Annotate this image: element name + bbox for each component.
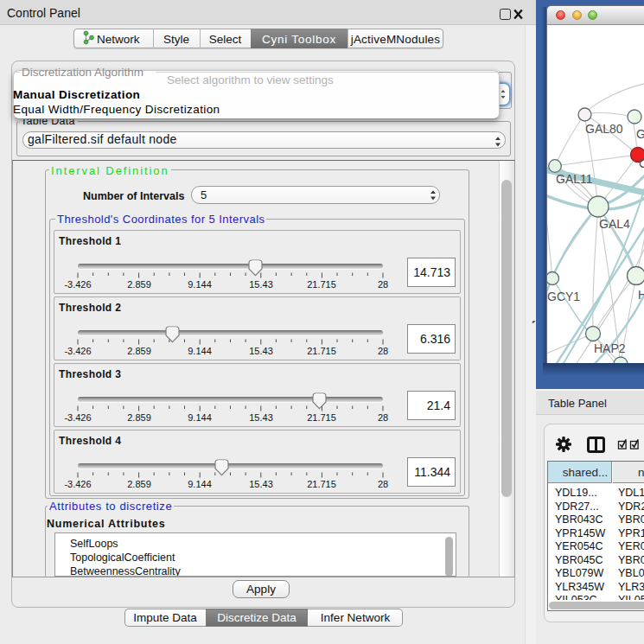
svg-text:GA: GA	[636, 127, 644, 141]
svg-text:H: H	[638, 288, 644, 302]
svg-text:GCY1: GCY1	[547, 290, 580, 303]
svg-text:C: C	[639, 156, 644, 170]
svg-text:GAL80: GAL80	[585, 122, 623, 136]
svg-text:GAL4: GAL4	[599, 217, 630, 231]
svg-text:HAP2: HAP2	[594, 341, 626, 355]
svg-text:GAL11: GAL11	[556, 172, 593, 186]
